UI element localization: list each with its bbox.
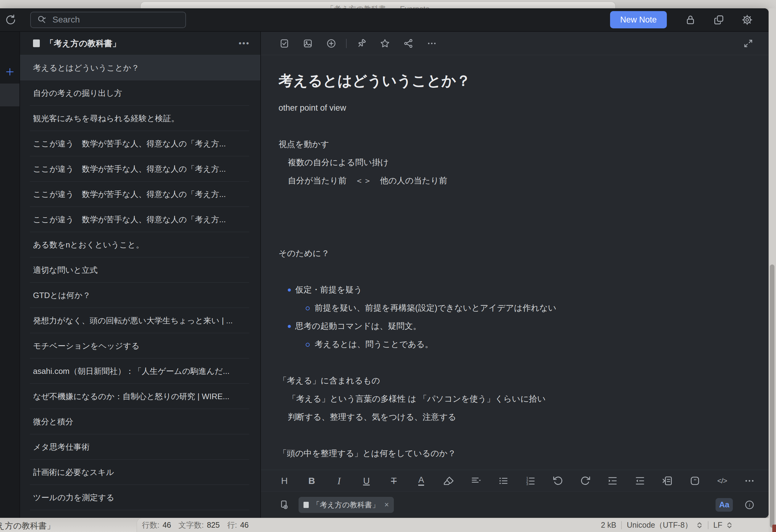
note-line: 複数の自分による問い掛け (278, 154, 750, 172)
duplicate-icon[interactable] (712, 13, 726, 26)
sync-refresh-button[interactable] (4, 13, 17, 26)
note-list-item[interactable]: ここが違う 数学が苦手な人、得意な人の「考え方... (20, 207, 260, 232)
underline-button[interactable]: U (360, 474, 373, 488)
share-icon[interactable] (402, 37, 415, 50)
tag-bar: 「考え方の教科書」 × Aa i (261, 491, 769, 518)
note-list-item-title: ここが違う 数学が苦手な人、得意な人の「考え方... (33, 164, 226, 175)
undo-button[interactable] (551, 474, 565, 488)
file-size: 2 kB (601, 521, 616, 530)
svg-text:”: ” (693, 477, 696, 485)
quote-icon: ” (689, 475, 701, 486)
note-list-item[interactable]: 観光客にみちを尋ねられる経験と検証。 (20, 106, 260, 131)
note-list-item[interactable]: 計画術に必要なスキル (20, 460, 260, 485)
note-list-item[interactable]: 発想力がなく、頭の回転が悪い大学生ちょっと来い | ... (20, 308, 260, 333)
note-list-item[interactable]: ある数をnとおくということ。 (20, 232, 260, 257)
plus-circle-icon[interactable] (325, 37, 338, 50)
outdent-icon (634, 475, 645, 486)
info-button[interactable]: i (743, 498, 756, 512)
tag-remove-button[interactable]: × (384, 500, 389, 509)
pin-icon[interactable] (355, 37, 368, 50)
background-window-titlebar: 「考え方の教科書」 - Evernote (0, 0, 776, 8)
note-editor[interactable]: 考えるとはどういうことか？ other point of view視点を動かす複… (261, 55, 769, 470)
note-list-item[interactable]: ここが違う 数学が苦手な人、得意な人の「考え方... (20, 131, 260, 156)
bold-button[interactable]: B (305, 474, 319, 488)
search-input[interactable]: Search (30, 12, 186, 28)
numbered-list-button[interactable]: 123 (524, 474, 537, 488)
note-list-item[interactable]: 微分と積分 (20, 409, 260, 434)
add-tag-button[interactable] (277, 498, 291, 512)
more-button[interactable] (743, 474, 756, 488)
indent-button[interactable] (606, 474, 619, 488)
highlighter-button[interactable] (442, 474, 455, 488)
note-list-item-title: asahi.com（朝日新聞社）：「人生ゲームの駒進んだ... (33, 366, 229, 377)
note-line-text: 「頭の中を整理する」とは何をしているのか？ (278, 449, 456, 458)
code-button[interactable]: </> (715, 474, 729, 488)
note-list-item[interactable]: 考えるとはどういうことか？ (20, 55, 260, 80)
note-line-text: 視点を動かす (278, 140, 329, 149)
note-list: 考えるとはどういうことか？自分の考えの掘り出し方観光客にみちを尋ねられる経験と検… (20, 55, 260, 518)
note-list-item[interactable]: なぜ不機嫌になるのか：自制心と怒りの研究 | WIRE... (20, 384, 260, 409)
more-icon[interactable] (425, 37, 438, 50)
note-list-item-title: メタ思考仕事術 (33, 442, 89, 453)
note-list-item[interactable]: 適切な問いと立式 (20, 257, 260, 283)
note-list-item[interactable]: asahi.com（朝日新聞社）：「人生ゲームの駒進んだ... (20, 358, 260, 384)
note-list-item[interactable]: 自分の考えの掘り出し方 (20, 80, 260, 106)
encoding-select[interactable]: Unicode（UTF-8） (627, 520, 693, 530)
tag-pill[interactable]: 「考え方の教科書」 × (299, 497, 394, 513)
notebook-color-square (33, 39, 40, 47)
underline-icon: U (363, 476, 370, 486)
svg-text:i: i (749, 502, 750, 508)
note-list-item[interactable]: モチベーションをヘッジする (20, 333, 260, 358)
new-note-button[interactable]: New Note (610, 11, 667, 28)
strikethrough-button[interactable]: T (387, 474, 401, 488)
insert-block-button[interactable] (661, 474, 674, 488)
note-line-text: 複数の自分による問い掛け (288, 158, 389, 167)
lock-icon[interactable] (684, 13, 697, 26)
tag-notebook-square (304, 502, 309, 508)
status-counts: 行数: 46 文字数: 825 行: 46 (142, 520, 253, 530)
line-label: 行: (227, 520, 237, 530)
background-scrollbar-thumb[interactable] (770, 264, 774, 528)
redo-button[interactable] (579, 474, 592, 488)
note-line-text: そのために？ (278, 249, 329, 258)
notebook-menu-button[interactable]: ••• (239, 38, 250, 48)
note-list-item[interactable]: ここが違う 数学が苦手な人、得意な人の「考え方... (20, 182, 260, 207)
note-list-item[interactable]: メタ思考仕事術 (20, 434, 260, 460)
expand-note-button[interactable] (742, 37, 755, 50)
heading-icon: H (281, 476, 288, 486)
divider (621, 521, 622, 529)
chevron-updown-icon (696, 522, 703, 529)
outdent-button[interactable] (633, 474, 647, 488)
image-icon[interactable] (301, 37, 315, 50)
add-notebook-button[interactable] (3, 65, 17, 78)
note-line-text: 前提を疑い、前提を再構築(設定)できないとアイデアは作れない (315, 303, 556, 312)
note-line: 視点を動かす (278, 135, 750, 154)
heading-button[interactable]: H (277, 474, 291, 488)
line-ending-select[interactable]: LF (713, 521, 722, 530)
bold-icon: B (309, 476, 315, 486)
font-color-button[interactable]: A (414, 474, 428, 488)
note-list-item-title: 観光客にみちを尋ねられる経験と検証。 (33, 113, 179, 124)
align-button[interactable] (469, 474, 483, 488)
note-list-item[interactable]: ここが違う 数学が苦手な人、得意な人の「考え方... (20, 156, 260, 182)
note-line: 判断する、整理する、気をつける、注意する (278, 408, 750, 426)
star-icon[interactable] (378, 37, 392, 50)
quote-button[interactable]: ” (688, 474, 702, 488)
note-list-item-title: ツールの力を測定する (33, 492, 115, 503)
note-line: 前提を疑い、前提を再構築(設定)できないとアイデアは作れない (278, 299, 750, 317)
italic-button[interactable]: I (332, 474, 346, 488)
chevron-updown-icon (726, 522, 733, 529)
toolbar-divider (346, 39, 347, 48)
checkbox-icon[interactable] (277, 37, 291, 50)
background-clipped-text: え方の教科書」 (0, 520, 55, 531)
search-icon (37, 15, 47, 25)
rail-selected-indicator (0, 83, 19, 106)
bullet-list-button[interactable] (497, 474, 510, 488)
lines-value: 46 (163, 521, 171, 530)
numbered-list-icon: 123 (525, 475, 536, 486)
font-style-button[interactable]: Aa (716, 498, 733, 512)
note-list-item[interactable]: ツールの力を測定する (20, 485, 260, 510)
app-header: Search New Note (0, 8, 769, 32)
note-list-item[interactable]: GTDとは何か？ (20, 283, 260, 308)
settings-gear-icon[interactable] (740, 13, 754, 26)
